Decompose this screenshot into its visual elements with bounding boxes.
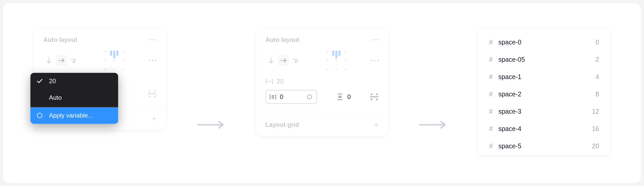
variable-row[interactable]: #space-520 <box>478 137 610 155</box>
check-icon <box>37 79 43 83</box>
variable-name: space-2 <box>498 90 521 98</box>
gap-value: 20 <box>277 78 284 85</box>
variable-name: space-1 <box>498 73 521 81</box>
variable-value: 12 <box>592 108 599 115</box>
hash-icon: # <box>489 56 493 64</box>
variable-name: space-0 <box>498 38 521 46</box>
variable-row[interactable]: #space-14 <box>478 68 610 86</box>
variable-icon[interactable] <box>306 93 313 101</box>
hash-icon: # <box>489 38 493 46</box>
more-options-icon[interactable] <box>149 60 157 61</box>
vertical-padding-value: 0 <box>347 93 351 100</box>
wrap-icon[interactable] <box>290 55 301 66</box>
add-icon[interactable]: + <box>374 121 379 129</box>
variables-list-panel: #space-00#space-052#space-14#space-28#sp… <box>478 29 610 155</box>
variable-icon <box>37 112 43 119</box>
direction-right-icon[interactable] <box>56 55 67 66</box>
gap-icon <box>265 78 273 85</box>
variable-value: 0 <box>596 38 599 46</box>
clip-content-icon[interactable] <box>370 93 379 101</box>
hash-icon: # <box>489 125 493 133</box>
variable-value: 2 <box>596 56 599 63</box>
direction-down-icon[interactable] <box>43 55 55 66</box>
variable-value: 16 <box>592 125 599 133</box>
variable-value: 8 <box>596 90 599 98</box>
more-options-icon[interactable] <box>371 60 379 61</box>
hash-icon: # <box>489 107 493 115</box>
auto-layout-panel-2: Auto layout <box>256 29 388 136</box>
dropdown-option-20[interactable]: 20 <box>30 73 118 89</box>
variable-name: space-5 <box>498 142 521 150</box>
gap-field[interactable]: 20 <box>265 78 284 85</box>
section-title: Auto layout <box>265 36 299 43</box>
dropdown-apply-variable[interactable]: Apply variable... <box>30 107 118 124</box>
spacing-dropdown: 20 Auto Apply variable... <box>30 73 118 124</box>
alignment-grid[interactable] <box>102 48 127 73</box>
variable-name: space-4 <box>498 125 521 133</box>
flow-arrow-icon <box>419 120 447 130</box>
direction-right-icon[interactable] <box>278 55 289 66</box>
variable-name: space-3 <box>498 108 521 115</box>
horizontal-padding-value: 0 <box>280 93 283 100</box>
hash-icon: # <box>489 73 493 81</box>
add-icon[interactable]: + <box>152 114 157 123</box>
direction-controls <box>265 55 301 66</box>
section-title: Auto layout <box>43 36 77 43</box>
direction-controls <box>43 55 79 66</box>
wrap-icon[interactable] <box>68 55 79 66</box>
vertical-padding-input[interactable]: 0 <box>336 90 351 104</box>
auto-layout-panel-1: Auto layout <box>34 29 166 130</box>
dropdown-option-label: Auto <box>49 94 62 101</box>
variable-value: 4 <box>596 73 599 81</box>
direction-down-icon[interactable] <box>265 55 277 66</box>
dropdown-separator <box>30 106 118 107</box>
variable-name: space-05 <box>498 56 525 63</box>
variable-value: 20 <box>592 142 599 150</box>
hash-icon: # <box>489 90 493 98</box>
horizontal-padding-icon <box>269 93 277 101</box>
dropdown-option-label: 20 <box>49 78 56 85</box>
collapse-icon[interactable] <box>371 39 379 40</box>
variable-row[interactable]: #space-312 <box>478 103 610 120</box>
variable-row[interactable]: #space-28 <box>478 86 610 103</box>
horizontal-padding-input[interactable]: 0 <box>265 90 317 104</box>
dropdown-option-auto[interactable]: Auto <box>30 89 118 106</box>
clip-content-icon[interactable] <box>148 90 157 98</box>
divider <box>256 113 388 113</box>
dropdown-option-label: Apply variable... <box>49 112 93 119</box>
hash-icon: # <box>489 142 493 150</box>
vertical-padding-icon <box>336 93 344 101</box>
layout-grid-label: Layout grid <box>265 121 299 128</box>
flow-arrow-icon <box>197 120 225 130</box>
canvas: Auto layout <box>3 3 641 183</box>
variable-row[interactable]: #space-416 <box>478 120 610 137</box>
alignment-grid[interactable] <box>324 48 349 73</box>
variable-row[interactable]: #space-052 <box>478 51 610 68</box>
collapse-icon[interactable] <box>149 39 157 40</box>
variable-row[interactable]: #space-00 <box>478 34 610 51</box>
